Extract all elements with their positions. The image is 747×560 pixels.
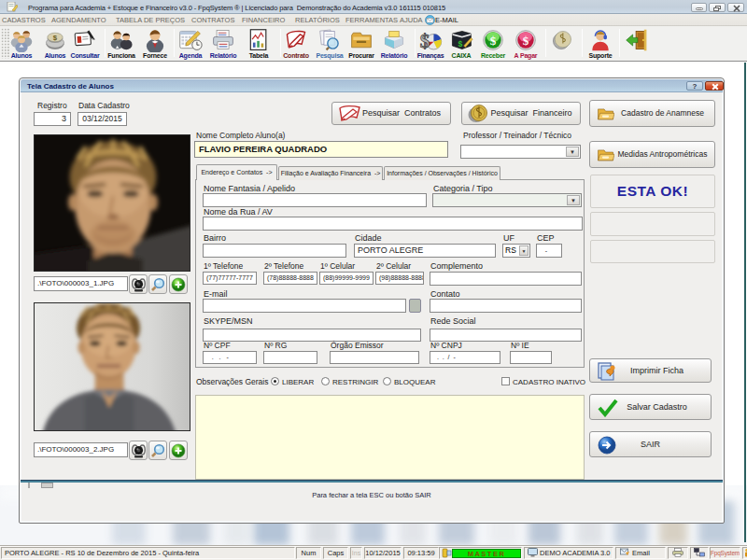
svg-text:$: $ xyxy=(490,34,497,48)
svg-text:$: $ xyxy=(458,39,463,49)
svg-text:$: $ xyxy=(523,34,529,48)
svg-text:$: $ xyxy=(420,30,430,51)
svg-text:$: $ xyxy=(53,34,58,42)
